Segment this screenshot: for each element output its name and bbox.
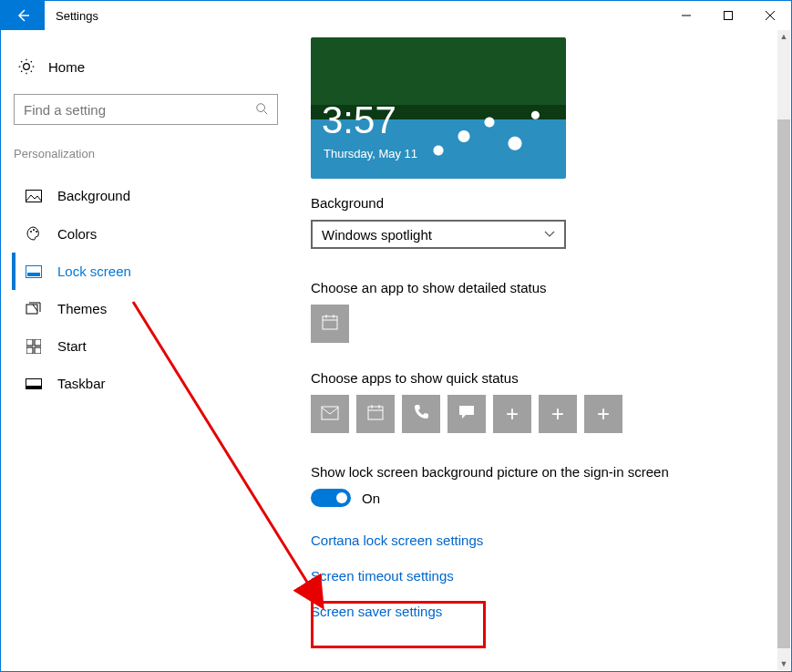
nav-item-themes[interactable]: Themes (12, 290, 283, 327)
calendar-icon (366, 403, 385, 426)
nav-label: Colors (57, 226, 97, 242)
nav-label: Background (57, 188, 130, 203)
maximize-button[interactable] (707, 1, 749, 30)
toggle-knob (336, 492, 347, 503)
quick-app-mail[interactable] (311, 395, 349, 433)
themes-icon (25, 302, 43, 316)
sidebar: Home Find a setting Personalization Back… (1, 30, 283, 671)
gear-icon (17, 57, 36, 76)
svg-rect-15 (323, 316, 337, 329)
quick-status-label: Choose apps to show quick status (311, 370, 764, 386)
signin-toggle-label: Show lock screen background picture on t… (311, 464, 764, 480)
toggle-state-label: On (362, 491, 380, 506)
plus-icon: + (551, 401, 564, 427)
section-label: Personalization (12, 147, 283, 160)
nav-item-start[interactable]: Start (12, 327, 283, 365)
quick-app-calendar[interactable] (356, 395, 395, 433)
nav-label: Taskbar (57, 376, 106, 391)
scrollbar-up[interactable]: ▲ (777, 30, 790, 43)
svg-rect-14 (26, 386, 41, 388)
svg-rect-16 (322, 407, 338, 419)
search-input[interactable]: Find a setting (14, 94, 278, 125)
nav-item-background[interactable]: Background (12, 177, 283, 214)
calendar-icon (321, 313, 339, 336)
mail-icon (321, 404, 339, 425)
taskbar-icon (25, 378, 43, 389)
main-content: 3:57 Thursday, May 11 Background Windows… (283, 30, 791, 671)
palette-icon (25, 225, 43, 242)
nav-item-lock-screen[interactable]: Lock screen (12, 253, 283, 290)
svg-rect-2 (26, 190, 42, 202)
detailed-app-slot[interactable] (311, 305, 349, 343)
nav-label: Lock screen (57, 264, 131, 279)
quick-app-add-1[interactable]: + (493, 395, 531, 433)
plus-icon: + (506, 401, 519, 427)
dropdown-value: Windows spotlight (322, 227, 544, 243)
svg-rect-17 (368, 407, 383, 419)
home-label: Home (48, 59, 85, 75)
lockscreen-preview[interactable]: 3:57 Thursday, May 11 (311, 37, 566, 179)
start-icon (25, 339, 43, 354)
back-button[interactable] (1, 1, 45, 30)
minimize-button[interactable] (665, 1, 707, 30)
scrollbar-thumb[interactable] (777, 119, 790, 648)
svg-rect-11 (26, 347, 33, 354)
window-title: Settings (45, 1, 98, 30)
preview-date: Thursday, May 11 (324, 147, 417, 160)
background-label: Background (311, 195, 764, 211)
picture-icon (25, 190, 43, 202)
titlebar: Settings (1, 1, 791, 30)
home-button[interactable]: Home (12, 48, 283, 94)
preview-time: 3:57 (322, 98, 396, 142)
detailed-status-label: Choose an app to show detailed status (311, 280, 764, 295)
svg-rect-0 (725, 12, 733, 20)
svg-point-4 (33, 229, 35, 231)
search-placeholder: Find a setting (24, 102, 255, 118)
signin-toggle[interactable] (311, 489, 351, 507)
quick-app-add-3[interactable]: + (584, 395, 622, 433)
link-cortana-settings[interactable]: Cortana lock screen settings (311, 532, 764, 548)
background-dropdown[interactable]: Windows spotlight (311, 220, 566, 249)
messaging-icon (458, 404, 476, 425)
svg-point-3 (30, 231, 32, 233)
nav-item-colors[interactable]: Colors (12, 214, 283, 253)
nav-label: Themes (57, 301, 107, 316)
lock-screen-icon (25, 265, 43, 278)
nav-item-taskbar[interactable]: Taskbar (12, 365, 283, 402)
svg-rect-10 (35, 339, 41, 346)
quick-app-messaging[interactable] (447, 395, 486, 433)
plus-icon: + (597, 401, 610, 427)
quick-app-add-2[interactable]: + (539, 395, 577, 433)
svg-rect-7 (27, 273, 40, 276)
search-icon (255, 102, 268, 118)
phone-icon (412, 403, 430, 426)
quick-app-phone[interactable] (402, 395, 440, 433)
nav-label: Start (57, 338, 87, 354)
svg-point-1 (257, 103, 265, 111)
svg-rect-12 (35, 347, 41, 354)
chevron-down-icon (544, 228, 555, 241)
svg-rect-9 (26, 339, 33, 346)
scrollbar-down[interactable]: ▼ (777, 657, 790, 670)
svg-point-5 (36, 231, 37, 233)
link-screen-timeout[interactable]: Screen timeout settings (311, 568, 764, 584)
close-button[interactable] (749, 1, 791, 30)
link-screen-saver[interactable]: Screen saver settings (311, 604, 764, 619)
